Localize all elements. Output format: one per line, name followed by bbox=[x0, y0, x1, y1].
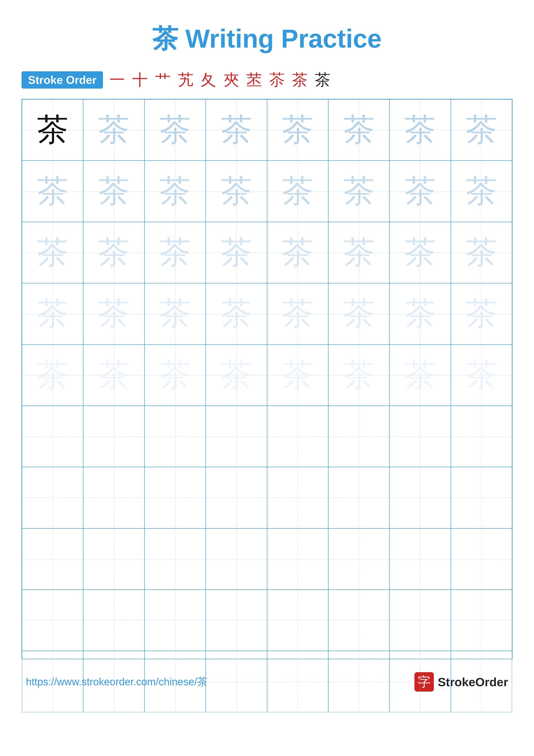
practice-character: 茶 bbox=[159, 354, 191, 396]
practice-character: 茶 bbox=[98, 231, 129, 274]
practice-character: 茶 bbox=[37, 293, 68, 335]
grid-cell bbox=[451, 590, 512, 651]
grid-cell: 茶 bbox=[390, 283, 451, 344]
practice-character: 茶 bbox=[282, 293, 313, 335]
grid-cell: 茶 bbox=[328, 161, 390, 222]
grid-cell bbox=[267, 651, 328, 712]
grid-cell bbox=[22, 590, 83, 651]
practice-character: 茶 bbox=[221, 109, 252, 151]
practice-grid: 茶茶茶茶茶茶茶茶茶茶茶茶茶茶茶茶茶茶茶茶茶茶茶茶茶茶茶茶茶茶茶茶茶茶茶茶茶茶茶茶 bbox=[21, 99, 513, 659]
page-title: 茶 Writing Practice bbox=[21, 21, 513, 57]
grid-cell: 茶 bbox=[22, 345, 83, 406]
grid-cell bbox=[206, 467, 267, 528]
grid-cell bbox=[83, 651, 144, 712]
grid-cell: 茶 bbox=[83, 161, 144, 222]
practice-character: 茶 bbox=[37, 354, 68, 396]
grid-cell: 茶 bbox=[144, 283, 206, 344]
practice-character: 茶 bbox=[343, 109, 375, 151]
grid-cell bbox=[390, 528, 451, 590]
practice-character: 茶 bbox=[98, 354, 129, 396]
practice-character: 茶 bbox=[282, 354, 313, 396]
grid-cell bbox=[328, 528, 390, 590]
grid-cell bbox=[83, 467, 144, 528]
grid-cell: 茶 bbox=[328, 283, 390, 344]
grid-cell bbox=[206, 590, 267, 651]
grid-cell bbox=[83, 590, 144, 651]
grid-cell: 茶 bbox=[206, 99, 267, 161]
grid-cell: 茶 bbox=[22, 161, 83, 222]
grid-cell bbox=[144, 467, 206, 528]
practice-character: 茶 bbox=[405, 354, 436, 396]
grid-cell bbox=[206, 528, 267, 590]
practice-character: 茶 bbox=[37, 109, 68, 151]
grid-cell: 茶 bbox=[390, 99, 451, 161]
practice-character: 茶 bbox=[343, 354, 375, 396]
grid-cell bbox=[390, 406, 451, 467]
grid-cell: 茶 bbox=[451, 283, 512, 344]
grid-cell: 茶 bbox=[451, 345, 512, 406]
stroke-sequence: 一 十 艹 艽 夂 夾 苤 苶 茶 茶 bbox=[110, 69, 332, 90]
grid-cell: 茶 bbox=[328, 222, 390, 283]
practice-character: 茶 bbox=[466, 170, 497, 212]
grid-cell: 茶 bbox=[206, 345, 267, 406]
grid-cell bbox=[144, 406, 206, 467]
grid-cell: 茶 bbox=[83, 283, 144, 344]
grid-cell bbox=[451, 651, 512, 712]
practice-character: 茶 bbox=[282, 170, 313, 212]
grid-cell: 茶 bbox=[451, 222, 512, 283]
practice-character: 茶 bbox=[343, 293, 375, 335]
practice-character: 茶 bbox=[466, 354, 497, 396]
grid-cell bbox=[267, 467, 328, 528]
grid-cell: 茶 bbox=[144, 161, 206, 222]
grid-cell bbox=[22, 651, 83, 712]
grid-cell bbox=[390, 590, 451, 651]
practice-character: 茶 bbox=[282, 231, 313, 274]
grid-cell bbox=[451, 467, 512, 528]
grid-cell bbox=[144, 590, 206, 651]
practice-character: 茶 bbox=[98, 170, 129, 212]
grid-cell: 茶 bbox=[22, 283, 83, 344]
grid-cell bbox=[22, 406, 83, 467]
grid-cell: 茶 bbox=[206, 161, 267, 222]
practice-character: 茶 bbox=[405, 231, 436, 274]
grid-cell bbox=[328, 651, 390, 712]
practice-character: 茶 bbox=[98, 293, 129, 335]
practice-character: 茶 bbox=[98, 109, 129, 151]
grid-cell: 茶 bbox=[267, 99, 328, 161]
grid-cell bbox=[267, 590, 328, 651]
practice-character: 茶 bbox=[37, 170, 68, 212]
grid-cell bbox=[390, 467, 451, 528]
grid-cell: 茶 bbox=[267, 161, 328, 222]
practice-character: 茶 bbox=[221, 293, 252, 335]
grid-cell bbox=[267, 528, 328, 590]
grid-cell: 茶 bbox=[328, 99, 390, 161]
grid-cell: 茶 bbox=[22, 99, 83, 161]
grid-cell: 茶 bbox=[390, 161, 451, 222]
practice-character: 茶 bbox=[466, 231, 497, 274]
grid-cell bbox=[83, 528, 144, 590]
grid-cell bbox=[328, 590, 390, 651]
grid-cell bbox=[22, 467, 83, 528]
grid-cell bbox=[83, 406, 144, 467]
grid-cell: 茶 bbox=[451, 161, 512, 222]
grid-cell: 茶 bbox=[144, 222, 206, 283]
practice-character: 茶 bbox=[159, 109, 191, 151]
stroke-order-row: Stroke Order 一 十 艹 艽 夂 夾 苤 苶 茶 茶 bbox=[21, 69, 513, 90]
practice-character: 茶 bbox=[405, 170, 436, 212]
practice-character: 茶 bbox=[282, 109, 313, 151]
grid-cell bbox=[267, 406, 328, 467]
grid-cell bbox=[390, 651, 451, 712]
grid-cell: 茶 bbox=[83, 99, 144, 161]
practice-character: 茶 bbox=[343, 170, 375, 212]
grid-cell bbox=[451, 528, 512, 590]
grid-cell bbox=[328, 467, 390, 528]
grid-cell: 茶 bbox=[83, 222, 144, 283]
grid-cell: 茶 bbox=[144, 99, 206, 161]
grid-cell: 茶 bbox=[206, 222, 267, 283]
grid-cell bbox=[328, 406, 390, 467]
practice-character: 茶 bbox=[159, 231, 191, 274]
grid-cell: 茶 bbox=[267, 222, 328, 283]
practice-character: 茶 bbox=[466, 109, 497, 151]
practice-character: 茶 bbox=[37, 231, 68, 274]
practice-character: 茶 bbox=[159, 293, 191, 335]
